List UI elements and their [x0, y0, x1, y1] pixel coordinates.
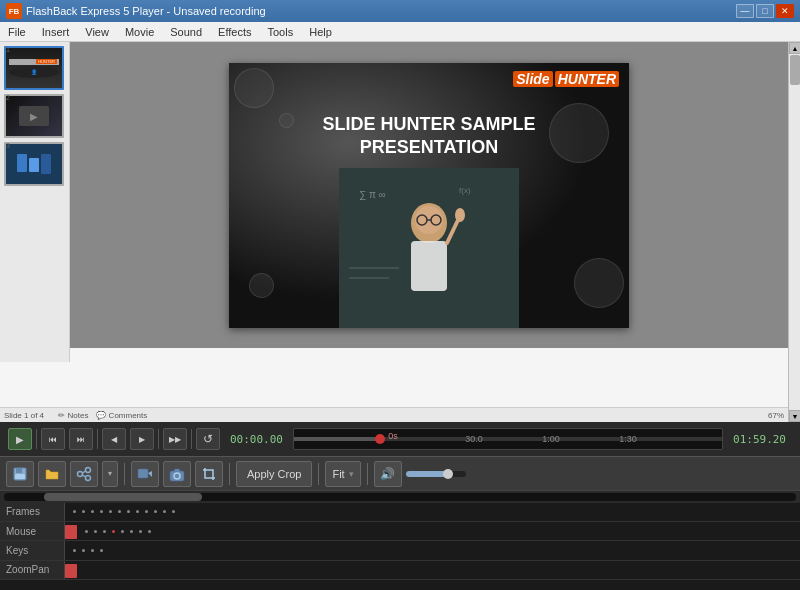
toolbar-sep-1	[124, 463, 125, 485]
menu-view[interactable]: View	[77, 22, 117, 41]
svg-point-18	[78, 471, 83, 476]
keys-track-row: Keys	[0, 541, 800, 560]
slide-logo-accent: HUNTER	[555, 71, 619, 87]
menu-tools[interactable]: Tools	[260, 22, 302, 41]
share-dropdown-button[interactable]: ▾	[102, 461, 118, 487]
go-to-start-button[interactable]: ⏮	[41, 428, 65, 450]
toolbar-sep-4	[367, 463, 368, 485]
time-0s-label: 0s	[388, 431, 398, 441]
apply-crop-button[interactable]: Apply Crop	[236, 461, 312, 487]
slide-logo-text: Slide	[513, 71, 552, 87]
timeline-area[interactable]: 0s 30.0 1:00 1:30	[293, 428, 723, 450]
slide-title-line1: SLIDE HUNTER SAMPLE	[229, 113, 629, 136]
slide-thumbnail-container-3: 3	[4, 142, 65, 186]
sep4	[191, 429, 192, 449]
open-button[interactable]	[38, 461, 66, 487]
play-button[interactable]: ▶	[8, 428, 32, 450]
volume-button[interactable]: 🔊	[374, 461, 402, 487]
sep2	[97, 429, 98, 449]
ppt-content-area: 1 HUNTER 👤 2 ▶	[0, 42, 800, 348]
menu-sound[interactable]: Sound	[162, 22, 210, 41]
svg-text:∑ π ∞: ∑ π ∞	[359, 189, 386, 200]
track-scrollbar-track[interactable]	[4, 493, 796, 501]
dot	[103, 530, 106, 533]
scroll-up-arrow[interactable]: ▲	[789, 42, 800, 54]
dot	[130, 530, 133, 533]
save-button[interactable]	[6, 461, 34, 487]
prev-frame-button[interactable]: ◀	[102, 428, 126, 450]
camera-button[interactable]	[163, 461, 191, 487]
svg-rect-15	[16, 468, 22, 473]
crop-button[interactable]	[195, 461, 223, 487]
volume-slider[interactable]	[406, 471, 466, 477]
dot	[91, 549, 94, 552]
minimize-button[interactable]: —	[736, 4, 754, 18]
end-time-display: 01:59.20	[727, 433, 792, 446]
save-icon	[12, 466, 28, 482]
media-button[interactable]	[131, 461, 159, 487]
slide-panel: 1 HUNTER 👤 2 ▶	[0, 42, 70, 362]
svg-marker-23	[148, 471, 152, 477]
dot	[163, 510, 166, 513]
dot	[136, 510, 139, 513]
slide-thumb-1[interactable]: HUNTER 👤	[4, 46, 64, 90]
go-to-end-button[interactable]: ⏭	[69, 428, 93, 450]
dot	[85, 530, 88, 533]
ppt-status-bar: Slide 1 of 4 ✏ Notes 💬 Comments 67%	[0, 407, 788, 422]
share-button[interactable]	[70, 461, 98, 487]
share-icon	[76, 466, 92, 482]
menu-help[interactable]: Help	[301, 22, 340, 41]
fit-arrow: ▾	[349, 469, 354, 479]
svg-line-20	[83, 471, 86, 473]
dot	[145, 510, 148, 513]
dot	[172, 510, 175, 513]
svg-point-17	[86, 467, 91, 472]
next-frame-button[interactable]: ▶	[130, 428, 154, 450]
menu-insert[interactable]: Insert	[34, 22, 78, 41]
mouse-dots	[65, 522, 800, 540]
fit-dropdown[interactable]: Fit ▾	[325, 461, 360, 487]
bubble-3	[249, 273, 274, 298]
svg-rect-3	[411, 241, 447, 291]
frames-track-content	[65, 503, 800, 521]
dot-red	[112, 530, 115, 533]
slide-logo: SlideHUNTER	[511, 71, 619, 87]
svg-rect-16	[15, 474, 25, 479]
timeline-marker[interactable]	[375, 434, 385, 444]
menu-effects[interactable]: Effects	[210, 22, 259, 41]
slide-thumb-2[interactable]: ▶	[4, 94, 64, 138]
dot	[91, 510, 94, 513]
svg-point-19	[86, 475, 91, 480]
transport-bar: ▶ ⏮ ⏭ ◀ ▶ ▶▶ ↺ 00:00.00 0s 30.0 1:00 1:3…	[0, 422, 800, 456]
child-svg: ∑ π ∞ f(x)	[339, 168, 519, 328]
close-button[interactable]: ✕	[776, 4, 794, 18]
child-figure: ∑ π ∞ f(x)	[339, 168, 519, 328]
scroll-thumb[interactable]	[790, 55, 800, 85]
menu-file[interactable]: File	[0, 22, 34, 41]
maximize-button[interactable]: □	[756, 4, 774, 18]
scroll-track	[789, 54, 800, 410]
scroll-down-arrow[interactable]: ▼	[789, 410, 800, 422]
window-controls: — □ ✕	[736, 4, 794, 18]
timeline-progress	[294, 437, 380, 441]
media-icon	[137, 466, 153, 482]
dot	[109, 510, 112, 513]
slide-number-1: 1	[6, 46, 10, 53]
slide-thumbnail-container-1: 1 HUNTER 👤	[4, 46, 65, 90]
menu-movie[interactable]: Movie	[117, 22, 162, 41]
loop-button[interactable]: ↺	[196, 428, 220, 450]
frames-dots	[65, 503, 800, 521]
dot	[121, 530, 124, 533]
dot	[154, 510, 157, 513]
track-scrollbar-thumb[interactable]	[44, 493, 202, 501]
keys-track-label: Keys	[0, 541, 65, 559]
volume-knob[interactable]	[443, 469, 453, 479]
slow-play-button[interactable]: ▶▶	[163, 428, 187, 450]
crop-icon	[201, 466, 217, 482]
ppt-zoom: 67%	[768, 411, 784, 420]
app-icon: FB	[6, 3, 22, 19]
main-content-area: File Home Insert Design Transitions Anim…	[0, 42, 800, 422]
slide-thumb-3[interactable]	[4, 142, 64, 186]
dot	[148, 530, 151, 533]
time-100-label: 1:00	[542, 434, 560, 444]
